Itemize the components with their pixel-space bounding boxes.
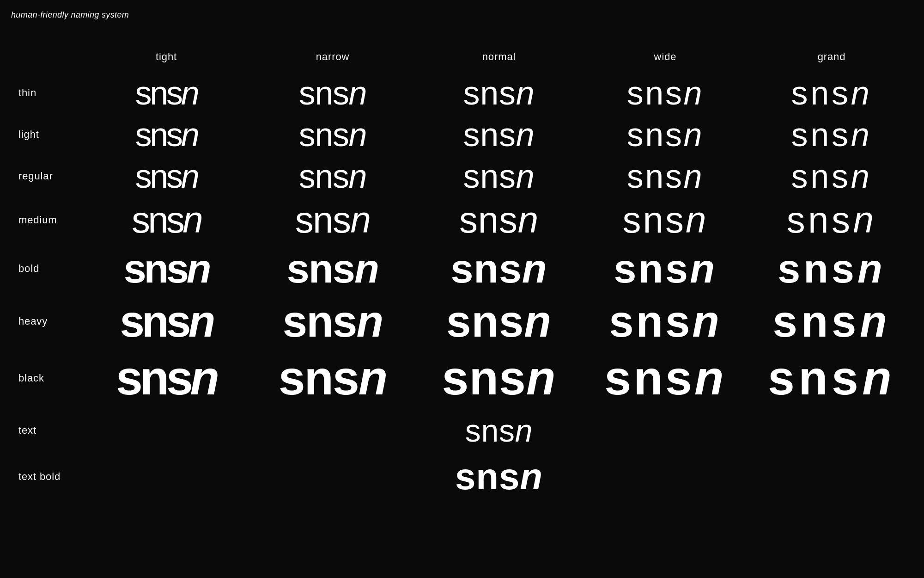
cell-black-wide: snsn: [582, 349, 748, 407]
sample-textbold-normal: snsn: [455, 455, 543, 498]
label-black: black: [9, 372, 83, 384]
sample-medium-tight: snsn: [132, 199, 201, 241]
sample-light-tight: snsn: [135, 116, 198, 154]
cell-light-normal: snsn: [416, 114, 582, 155]
row-light: light snsn snsn snsn snsn snsn: [9, 114, 915, 155]
row-thin: thin snsn snsn snsn snsn snsn: [9, 72, 915, 114]
row-regular: regular snsn snsn snsn snsn snsn: [9, 155, 915, 197]
cell-heavy-wide: snsn: [582, 294, 748, 349]
row-medium: medium snsn snsn snsn snsn snsn: [9, 197, 915, 243]
cell-text-normal: snsn: [416, 411, 582, 450]
sample-thin-narrow: snsn: [299, 74, 366, 112]
header-empty: [9, 46, 83, 68]
row-bold: bold snsn snsn snsn snsn snsn: [9, 243, 915, 294]
sample-regular-wide: snsn: [627, 157, 704, 195]
sample-black-tight: snsn: [116, 350, 217, 406]
sample-light-grand: snsn: [791, 116, 872, 154]
cell-light-wide: snsn: [582, 114, 748, 155]
sample-regular-narrow: snsn: [299, 157, 366, 195]
grid-container: tight narrow normal wide grand thin snsn…: [0, 46, 924, 500]
sample-black-wide: snsn: [604, 350, 726, 406]
cell-black-tight: snsn: [83, 349, 249, 407]
sample-heavy-tight: snsn: [120, 296, 213, 347]
label-heavy: heavy: [9, 315, 83, 327]
column-headers: tight narrow normal wide grand: [9, 46, 915, 68]
sample-thin-grand: snsn: [791, 74, 872, 112]
cell-thin-wide: snsn: [582, 72, 748, 114]
sample-regular-normal: snsn: [463, 157, 535, 195]
sample-black-narrow: snsn: [279, 350, 387, 406]
sample-regular-grand: snsn: [791, 157, 872, 195]
cell-bold-wide: snsn: [582, 243, 748, 294]
sample-heavy-narrow: snsn: [283, 296, 383, 347]
sample-medium-normal: snsn: [459, 199, 539, 241]
col-header-tight: tight: [83, 46, 249, 68]
cell-bold-tight: snsn: [83, 243, 249, 294]
label-medium: medium: [9, 214, 83, 226]
cell-light-narrow: snsn: [249, 114, 416, 155]
sample-heavy-wide: snsn: [609, 296, 721, 347]
sample-black-normal: snsn: [442, 350, 556, 406]
cell-thin-normal: snsn: [416, 72, 582, 114]
cell-bold-grand: snsn: [748, 243, 915, 294]
cell-light-tight: snsn: [83, 114, 249, 155]
cell-regular-narrow: snsn: [249, 155, 416, 197]
sample-medium-grand: snsn: [787, 199, 877, 241]
sample-bold-normal: snsn: [451, 245, 547, 292]
sample-bold-narrow: snsn: [287, 245, 378, 292]
cell-textbold-normal: snsn: [416, 454, 582, 500]
row-heavy: heavy snsn snsn snsn snsn snsn: [9, 294, 915, 349]
cell-regular-tight: snsn: [83, 155, 249, 197]
label-bold: bold: [9, 263, 83, 275]
sample-heavy-grand: snsn: [773, 296, 891, 347]
col-header-wide: wide: [582, 46, 748, 68]
sample-thin-normal: snsn: [463, 74, 535, 112]
cell-heavy-normal: snsn: [416, 294, 582, 349]
sample-light-narrow: snsn: [299, 116, 366, 154]
data-rows: thin snsn snsn snsn snsn snsn light snsn…: [9, 72, 915, 500]
sample-medium-wide: snsn: [623, 199, 708, 241]
sample-light-wide: snsn: [627, 116, 704, 154]
col-header-narrow: narrow: [249, 46, 416, 68]
label-text: text: [9, 424, 83, 437]
cell-thin-narrow: snsn: [249, 72, 416, 114]
cell-regular-normal: snsn: [416, 155, 582, 197]
sample-light-normal: snsn: [463, 116, 535, 154]
cell-bold-normal: snsn: [416, 243, 582, 294]
cell-black-grand: snsn: [748, 349, 915, 407]
cell-medium-wide: snsn: [582, 197, 748, 243]
cell-black-narrow: snsn: [249, 349, 416, 407]
cell-black-normal: snsn: [416, 349, 582, 407]
sample-medium-narrow: snsn: [295, 199, 371, 241]
sample-bold-wide: snsn: [614, 245, 717, 292]
cell-heavy-grand: snsn: [748, 294, 915, 349]
cell-heavy-tight: snsn: [83, 294, 249, 349]
sample-heavy-normal: snsn: [446, 296, 552, 347]
cell-medium-narrow: snsn: [249, 197, 416, 243]
row-textbold: text bold snsn: [9, 454, 915, 500]
row-text: text snsn: [9, 407, 915, 454]
cell-medium-tight: snsn: [83, 197, 249, 243]
sample-regular-tight: snsn: [135, 157, 198, 195]
cell-bold-narrow: snsn: [249, 243, 416, 294]
sample-black-grand: snsn: [768, 350, 895, 406]
label-textbold: text bold: [9, 471, 83, 483]
cell-regular-grand: snsn: [748, 155, 915, 197]
page-subtitle: human-friendly naming system: [11, 10, 129, 20]
label-light: light: [9, 129, 83, 141]
cell-medium-normal: snsn: [416, 197, 582, 243]
sample-thin-wide: snsn: [627, 74, 704, 112]
cell-medium-grand: snsn: [748, 197, 915, 243]
cell-thin-tight: snsn: [83, 72, 249, 114]
sample-bold-grand: snsn: [778, 245, 886, 292]
sample-bold-tight: snsn: [124, 245, 209, 292]
col-header-normal: normal: [416, 46, 582, 68]
cell-light-grand: snsn: [748, 114, 915, 155]
sample-text-normal: snsn: [465, 412, 533, 449]
sample-thin-tight: snsn: [135, 74, 198, 112]
cell-thin-grand: snsn: [748, 72, 915, 114]
col-header-grand: grand: [748, 46, 915, 68]
label-regular: regular: [9, 170, 83, 182]
cell-regular-wide: snsn: [582, 155, 748, 197]
label-thin: thin: [9, 87, 83, 99]
